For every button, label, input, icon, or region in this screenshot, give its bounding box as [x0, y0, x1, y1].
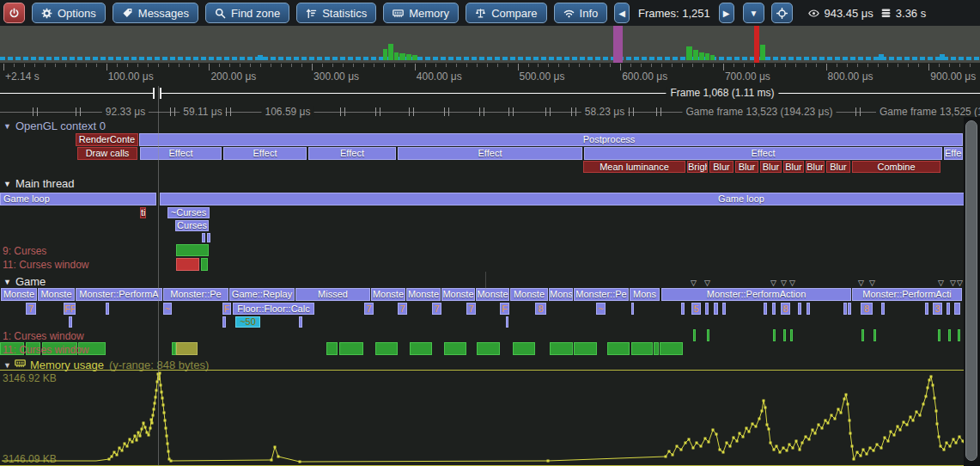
- message-marker[interactable]: ▽: [858, 279, 864, 287]
- zone-bar[interactable]: Blur: [783, 161, 804, 173]
- lock-activity-bar[interactable]: [873, 329, 876, 341]
- lock-activity-bar[interactable]: [948, 329, 951, 341]
- memory-graph[interactable]: [0, 370, 980, 466]
- histogram-bar-green[interactable]: [710, 55, 715, 60]
- lock-activity-bar[interactable]: [654, 342, 659, 355]
- zone-bar[interactable]: ~: [596, 303, 606, 315]
- subframe-label[interactable]: 59.11 μs: [180, 106, 225, 118]
- lock-activity-bar[interactable]: [958, 329, 960, 341]
- zone-bar[interactable]: [722, 303, 726, 315]
- subframe-label[interactable]: 92.33 μs: [102, 106, 149, 118]
- zone-bar[interactable]: Effect: [223, 147, 307, 160]
- zone-bar[interactable]: Game::Replay: [229, 288, 295, 301]
- message-marker[interactable]: ▽: [789, 279, 795, 287]
- zone-bar[interactable]: [106, 303, 109, 315]
- zone-bar[interactable]: [764, 303, 767, 315]
- histogram-bar-green[interactable]: [705, 53, 709, 60]
- go-to-frame-button[interactable]: ▼: [743, 3, 765, 23]
- message-marker[interactable]: ▽: [869, 279, 875, 287]
- lock-activity-bar[interactable]: [513, 342, 535, 355]
- zone-bar[interactable]: Blur: [709, 161, 733, 173]
- zone-bar[interactable]: [222, 316, 226, 328]
- zone-bar[interactable]: Blur: [735, 161, 758, 173]
- histogram-frame-marker[interactable]: [613, 26, 623, 63]
- zone-bar[interactable]: Brigh: [687, 161, 708, 173]
- zone-bar[interactable]: [772, 303, 776, 315]
- zone-bar[interactable]: [947, 303, 950, 315]
- zone-bar[interactable]: Monster::Pe: [574, 288, 629, 301]
- lock-activity-bar[interactable]: [607, 342, 630, 355]
- message-marker[interactable]: ▽: [781, 279, 787, 287]
- zone-bar[interactable]: Mean luminance: [583, 161, 685, 173]
- compare-button[interactable]: Compare: [466, 3, 546, 23]
- zone-bar[interactable]: [705, 303, 709, 315]
- scrollbar-track[interactable]: [964, 117, 980, 466]
- zone-bar[interactable]: Effect: [398, 147, 582, 160]
- zone-bar[interactable]: F: [500, 303, 509, 315]
- subframe-label[interactable]: 106.59 μs: [262, 106, 314, 118]
- center-view-button[interactable]: [771, 3, 793, 23]
- lock-activity-bar[interactable]: [861, 329, 864, 341]
- lock-label[interactable]: 1: Curses window: [3, 330, 84, 342]
- lock-label[interactable]: 9: Curses: [3, 245, 46, 257]
- histogram-bar-green[interactable]: [760, 45, 765, 60]
- lock-activity-bar[interactable]: [477, 342, 500, 355]
- zone-bar[interactable]: Monste: [371, 288, 405, 301]
- zone-bar[interactable]: F: [222, 303, 231, 315]
- zone-bar[interactable]: [798, 303, 801, 315]
- find-zone-button[interactable]: Find zone: [205, 3, 289, 23]
- histogram-frame-marker[interactable]: [754, 26, 759, 63]
- histogram-bar-green[interactable]: [693, 50, 698, 60]
- lock-activity-bar[interactable]: [410, 342, 432, 355]
- zone-bar[interactable]: Monste: [406, 288, 441, 301]
- power-button[interactable]: [3, 3, 25, 23]
- prev-frame-button[interactable]: ◀: [614, 3, 630, 23]
- zone-bar[interactable]: Monste: [1, 288, 37, 301]
- memory-button[interactable]: Memory: [383, 3, 459, 23]
- zone-bar[interactable]: Monste: [476, 288, 509, 301]
- message-marker[interactable]: ▽: [938, 279, 944, 287]
- zone-bar[interactable]: [681, 303, 685, 315]
- frame-histogram[interactable]: [0, 26, 980, 63]
- lock-label[interactable]: 11: Curses window: [3, 344, 89, 356]
- zone-bar[interactable]: Monster::PerformActi: [852, 288, 962, 301]
- messages-button[interactable]: Messages: [113, 3, 198, 23]
- zone-bar[interactable]: Monste: [38, 288, 75, 301]
- histogram-bar-green[interactable]: [383, 49, 387, 60]
- lock-activity-bar[interactable]: [550, 342, 573, 355]
- zone-bar[interactable]: Floor::Floor::Calc: [233, 303, 314, 315]
- lock-activity-bar[interactable]: [938, 329, 940, 341]
- lock-activity-bar[interactable]: [574, 342, 597, 355]
- zone-bar[interactable]: 7: [432, 303, 441, 315]
- lock-activity-bar[interactable]: [693, 329, 696, 341]
- section-header-main-thread[interactable]: ▼Main thread: [3, 177, 75, 190]
- zone-bar[interactable]: [843, 303, 847, 315]
- zone-bar[interactable]: 7: [466, 303, 476, 315]
- zone-bar[interactable]: Missed: [295, 288, 370, 301]
- zone-bar[interactable]: Game loop: [0, 193, 156, 205]
- lock-activity-bar[interactable]: [375, 342, 398, 355]
- zone-bar[interactable]: [925, 303, 928, 315]
- lock-activity-bar[interactable]: [339, 342, 363, 355]
- zone-bar[interactable]: ~: [163, 303, 172, 315]
- zone-bar[interactable]: [202, 233, 205, 242]
- zone-bar[interactable]: Mons: [630, 288, 660, 301]
- zone-bar[interactable]: Combine: [852, 161, 940, 173]
- lock-label[interactable]: 11: Curses window: [3, 259, 89, 271]
- message-marker[interactable]: ▽: [950, 279, 956, 287]
- lock-activity-bar[interactable]: [176, 342, 198, 355]
- zone-bar[interactable]: RenderConte: [76, 133, 138, 146]
- zone-bar[interactable]: [631, 303, 634, 315]
- zone-bar[interactable]: Mons: [549, 288, 573, 301]
- zone-bar[interactable]: Game loop: [160, 193, 980, 205]
- zone-bar[interactable]: [506, 316, 508, 328]
- zone-bar[interactable]: ~Curses: [167, 207, 210, 218]
- lock-activity-bar[interactable]: [326, 342, 338, 355]
- message-marker[interactable]: ▽: [770, 279, 776, 287]
- zone-bar[interactable]: Effec: [944, 147, 963, 160]
- message-marker[interactable]: ▽: [704, 279, 710, 287]
- histogram-bar-green[interactable]: [412, 55, 417, 60]
- zone-bar[interactable]: [714, 303, 718, 315]
- zone-bar[interactable]: [848, 303, 851, 315]
- zone-bar[interactable]: Effect: [140, 147, 222, 160]
